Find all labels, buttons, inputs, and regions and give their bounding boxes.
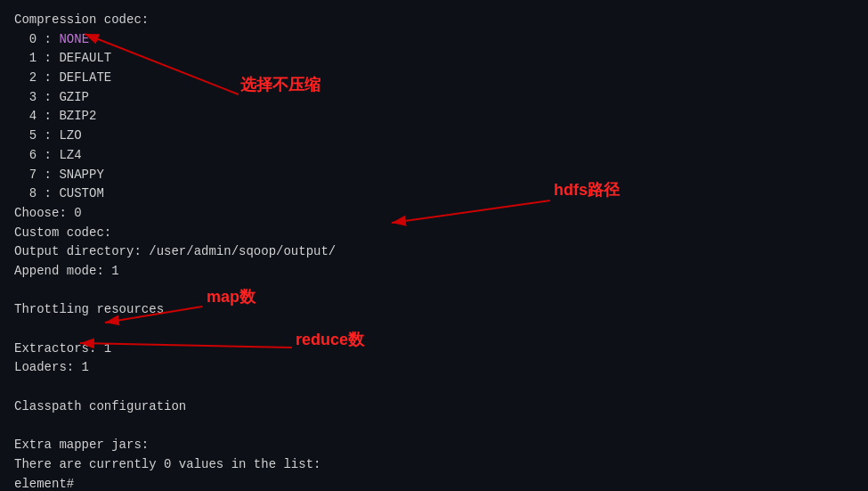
line-empty-4 — [14, 416, 854, 436]
line-2-deflate: 2 : DEFLATE — [14, 69, 854, 88]
line-1-default: 1 : DEFAULT — [14, 49, 854, 69]
line-classpath: Classpath configuration — [14, 397, 854, 417]
line-element: element# — [14, 475, 854, 492]
line-append-mode: Append mode: 1 — [14, 262, 854, 282]
line-empty-2 — [14, 320, 854, 340]
line-8-custom: 8 : CUSTOM — [14, 184, 854, 204]
annotation-map-count: map数 — [207, 285, 256, 310]
annotation-hdfs-path: hdfs路径 — [554, 178, 620, 203]
line-choose: Choose: 0 — [14, 204, 854, 224]
line-5-lzo: 5 : LZO — [14, 127, 854, 146]
line-0-none: 0 : NONE — [14, 30, 854, 50]
annotation-reduce-count: reduce数 — [296, 328, 364, 353]
terminal-window: Compression codec: 0 : NONE 1 : DEFAULT … — [0, 0, 868, 491]
line-currently-0: There are currently 0 values in the list… — [14, 455, 854, 475]
line-custom-codec: Custom codec: — [14, 224, 854, 243]
line-output-dir: Output directory: /user/admin/sqoop/outp… — [14, 242, 854, 262]
line-extractors: Extractors: 1 — [14, 340, 854, 359]
line-extra-mapper: Extra mapper jars: — [14, 436, 854, 455]
line-throttling: Throttling resources — [14, 300, 854, 320]
line-compression-codec: Compression codec: — [14, 11, 854, 30]
line-6-lz4: 6 : LZ4 — [14, 146, 854, 166]
line-7-snappy: 7 : SNAPPY — [14, 166, 854, 185]
annotation-no-compress: 选择不压缩 — [240, 73, 320, 98]
line-3-gzip: 3 : GZIP — [14, 88, 854, 108]
line-4-bzip2: 4 : BZIP2 — [14, 107, 854, 127]
line-empty-3 — [14, 378, 854, 397]
line-loaders: Loaders: 1 — [14, 358, 854, 378]
terminal-output: Compression codec: 0 : NONE 1 : DEFAULT … — [14, 11, 854, 491]
line-empty-1 — [14, 282, 854, 301]
